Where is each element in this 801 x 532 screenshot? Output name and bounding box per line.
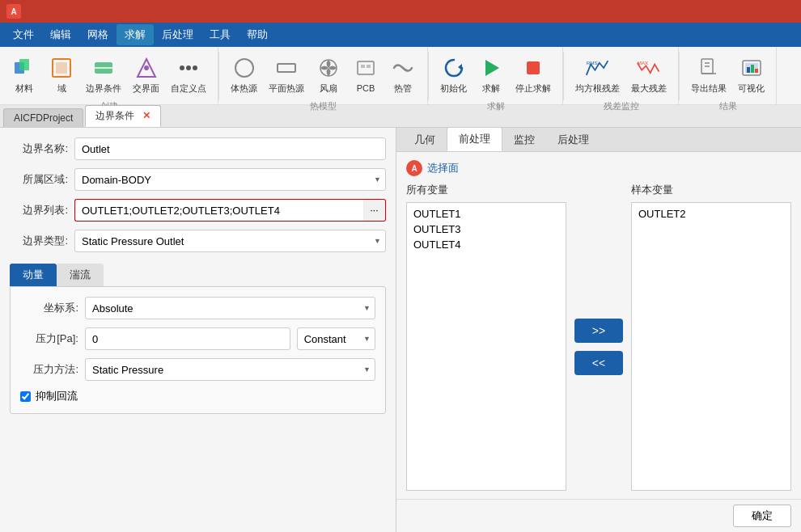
svg-rect-30 [755,69,758,73]
right-tab-bar: 几何 前处理 监控 后处理 [396,128,801,152]
toolbar-btn-init[interactable]: 初始化 [435,52,472,97]
toolbar-btn-heat-pipe[interactable]: 热管 [385,52,421,97]
coord-select[interactable]: Absolute [85,297,375,319]
menu-mesh[interactable]: 网格 [79,24,117,45]
pressure-method-select-wrapper: Static Pressure [85,358,375,381]
pcb-icon [353,55,379,81]
toolbar-btn-visualize[interactable]: 可视化 [733,52,769,97]
panel-tabs-container: 动量 湍流 坐标系: Absolute 压力[Pa]: [10,260,386,414]
right-tab-preprocess[interactable]: 前处理 [447,127,502,151]
menu-edit[interactable]: 编辑 [42,24,79,45]
move-left-btn[interactable]: << [574,351,623,375]
pressure-method-select[interactable]: Static Pressure [85,358,375,381]
toolbar-btn-max-residual[interactable]: MAX 最大残差 [626,52,672,97]
toolbar-btn-custom-point[interactable]: 自定义点 [166,52,211,97]
all-vars-list[interactable]: OUTLET1 OUTLET3 OUTLET4 [406,202,566,491]
run-icon [478,55,504,81]
menu-file[interactable]: 文件 [5,24,42,45]
toolbar-btn-export[interactable]: 导出结果 [686,52,731,97]
toolbar-group-residual: RMS 均方根残差 MAX 最大残差 残差监控 [564,47,679,104]
list-item[interactable]: OUTLET4 [410,237,562,252]
toolbar-btn-material[interactable]: 材料 [6,52,42,97]
left-panel: 边界名称: 所属区域: Domain-BODY 边界列表: ··· 边界类型: [0,128,396,532]
menu-solve[interactable]: 求解 [117,24,154,45]
face-selector: A 选择面 所有变量 OUTLET1 OUTLET3 OUTLET4 >> << [396,152,801,499]
svg-rect-29 [751,65,754,73]
confirm-btn[interactable]: 确定 [733,505,791,527]
toolbar-btn-volume-heat[interactable]: 体热源 [226,52,262,97]
toolbar-btn-planar-heat-label: 平面热源 [269,83,304,94]
svg-text:MAX: MAX [638,60,649,65]
coord-select-wrapper: Absolute [85,297,375,319]
toolbar-btn-interface[interactable]: 交界面 [128,52,164,97]
toolbar-btn-heat-pipe-label: 热管 [394,83,412,94]
svg-marker-18 [485,60,499,76]
boundary-list-browse-btn[interactable]: ··· [363,199,386,222]
pressure-method-label: 压力方法: [20,362,78,377]
list-item[interactable]: OUTLET1 [410,206,562,222]
svg-point-9 [186,65,191,70]
toolbar-btn-domain[interactable]: 域 [44,52,79,97]
right-tab-geometry[interactable]: 几何 [403,129,447,151]
panel-content: 坐标系: Absolute 压力[Pa]: Constant [10,286,386,414]
pressure-method-row: 压力方法: Static Pressure [20,358,375,381]
rms-icon: RMS [585,55,611,81]
boundary-type-select-wrapper: Static Pressure Outlet [74,230,386,252]
domain-select[interactable]: Domain-BODY [74,168,386,191]
toolbar-btn-stop[interactable]: 停止求解 [511,52,556,97]
svg-rect-1 [19,59,29,70]
toolbar-btn-planar-heat[interactable]: 平面热源 [264,52,309,97]
visualize-icon [739,55,765,81]
pressure-constant-wrapper: Constant [297,327,375,350]
tab-project[interactable]: AICFDProject [3,108,83,127]
menu-help[interactable]: 帮助 [239,24,276,45]
toolbar-group-solve: 初始化 求解 停止求解 求解 [429,47,563,104]
right-tab-monitor[interactable]: 监控 [502,129,546,151]
face-columns: 所有变量 OUTLET1 OUTLET3 OUTLET4 >> << 样本变量 [406,183,791,491]
right-panel: 几何 前处理 监控 后处理 A 选择面 所有变量 OUTLET1 OUTLET3… [396,128,801,532]
panel-tab-turbulence[interactable]: 湍流 [57,264,104,286]
tab-boundary[interactable]: 边界条件 ✕ [85,105,160,127]
toolbar-btn-rms-label: 均方根残差 [575,83,620,94]
svg-point-11 [235,59,253,77]
title-bar: A [0,0,801,23]
boundary-list-input[interactable] [74,199,363,222]
sample-vars-column: 样本变量 OUTLET2 [631,183,791,491]
toolbar-btn-run[interactable]: 求解 [473,52,509,97]
tab-boundary-close[interactable]: ✕ [142,110,150,121]
boundary-type-select[interactable]: Static Pressure Outlet [74,230,386,252]
export-icon [696,55,722,81]
toolbar-btn-fan[interactable]: 风扇 [311,52,346,97]
move-right-btn[interactable]: >> [574,319,623,343]
domain-icon [49,55,74,81]
pressure-constant-select[interactable]: Constant [297,327,375,350]
right-tab-postprocess[interactable]: 后处理 [546,129,600,151]
panel-tab-momentum[interactable]: 动量 [10,264,57,286]
menu-postprocess[interactable]: 后处理 [154,24,201,45]
list-item[interactable]: OUTLET3 [410,222,562,237]
toolbar-btn-pcb[interactable]: PCB [348,52,384,97]
menu-bar: 文件 编辑 网格 求解 后处理 工具 帮助 [0,23,801,47]
all-vars-label: 所有变量 [406,183,566,197]
toolbar-group-solve-label: 求解 [487,99,505,116]
svg-point-7 [144,65,149,70]
boundary-name-label: 边界名称: [10,141,68,156]
boundary-icon [91,55,117,81]
svg-rect-28 [747,67,750,73]
interface-icon [134,55,159,81]
toolbar-btn-volume-heat-label: 体热源 [231,83,257,94]
suppress-backflow-checkbox[interactable] [20,391,31,402]
pressure-input[interactable] [85,327,290,350]
boundary-type-row: 边界类型: Static Pressure Outlet [10,230,386,252]
svg-marker-17 [458,64,462,70]
boundary-list-input-wrapper: ··· [74,199,386,222]
coord-label: 坐标系: [20,301,78,315]
boundary-name-input[interactable] [74,137,386,160]
toolbar-btn-rms[interactable]: RMS 均方根残差 [570,52,625,97]
sample-vars-list[interactable]: OUTLET2 [631,202,791,491]
svg-rect-3 [56,62,67,74]
heat-pipe-icon [390,55,416,81]
toolbar-btn-boundary[interactable]: 边界条件 [81,52,126,97]
list-item[interactable]: OUTLET2 [635,206,787,222]
menu-tools[interactable]: 工具 [201,24,239,45]
